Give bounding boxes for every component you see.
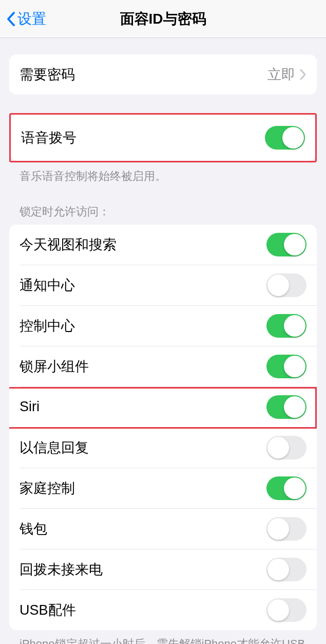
lock-access-toggle[interactable]	[266, 436, 306, 459]
lock-access-label: 回拨未接来电	[20, 560, 103, 579]
lock-access-row: 控制中心	[9, 306, 317, 346]
back-label: 设置	[17, 9, 46, 29]
lock-access-toggle[interactable]	[266, 598, 306, 622]
require-passcode-value: 立即	[267, 65, 295, 84]
lock-access-toggle[interactable]	[266, 314, 306, 338]
chevron-left-icon	[6, 11, 15, 27]
lock-access-label: 锁屏小组件	[20, 357, 89, 376]
lock-access-label: 家庭控制	[20, 479, 75, 498]
lock-access-row: 回拨未接来电	[9, 549, 317, 590]
lock-access-label: 钱包	[20, 520, 47, 538]
navigation-header: 设置 面容ID与密码	[0, 0, 326, 38]
back-button[interactable]: 设置	[0, 9, 46, 29]
voice-dial-row: 语音拨号	[11, 115, 315, 161]
lock-access-label: Siri	[20, 399, 40, 415]
lock-access-row: 今天视图和搜索	[9, 225, 317, 265]
lock-access-toggle[interactable]	[266, 476, 306, 500]
require-passcode-row[interactable]: 需要密码 立即	[9, 54, 317, 95]
voice-dial-toggle[interactable]	[265, 126, 305, 150]
lock-access-label: 控制中心	[20, 317, 75, 335]
lock-access-label: 通知中心	[20, 276, 75, 295]
voice-dial-highlight: 语音拨号	[9, 113, 317, 162]
page-title: 面容ID与密码	[120, 9, 206, 29]
lock-access-label: USB配件	[20, 601, 76, 619]
section-passcode: 需要密码 立即	[9, 54, 317, 95]
require-passcode-label: 需要密码	[20, 65, 75, 84]
chevron-right-icon	[299, 68, 306, 81]
lock-access-toggle[interactable]	[266, 558, 306, 581]
voice-dial-footer: 音乐语音控制将始终被启用。	[9, 162, 317, 185]
lock-access-row: 钱包	[9, 509, 317, 549]
section-lock-access: 今天视图和搜索通知中心控制中心锁屏小组件Siri以信息回复家庭控制钱包回拨未接来…	[9, 225, 317, 630]
lock-access-footer: iPhone锁定超过一小时后，需先解锁iPhone才能允许USB配件连接。	[9, 630, 317, 644]
lock-access-row: USB配件	[9, 590, 317, 630]
lock-access-toggle[interactable]	[266, 517, 306, 541]
lock-access-toggle[interactable]	[266, 233, 306, 256]
lock-access-row: 以信息回复	[9, 428, 317, 468]
lock-access-row: 家庭控制	[9, 468, 317, 508]
lock-access-toggle[interactable]	[266, 355, 306, 378]
lock-access-toggle[interactable]	[266, 273, 306, 297]
lock-access-row: 锁屏小组件	[9, 346, 317, 387]
lock-access-header: 锁定时允许访问：	[9, 204, 317, 225]
lock-access-row: Siri	[9, 387, 317, 427]
lock-access-toggle[interactable]	[266, 395, 306, 419]
section-voice-dial: 语音拨号	[11, 115, 315, 161]
lock-access-label: 今天视图和搜索	[20, 235, 117, 254]
voice-dial-label: 语音拨号	[21, 128, 76, 147]
lock-access-label: 以信息回复	[20, 438, 89, 457]
lock-access-row: 通知中心	[9, 265, 317, 305]
